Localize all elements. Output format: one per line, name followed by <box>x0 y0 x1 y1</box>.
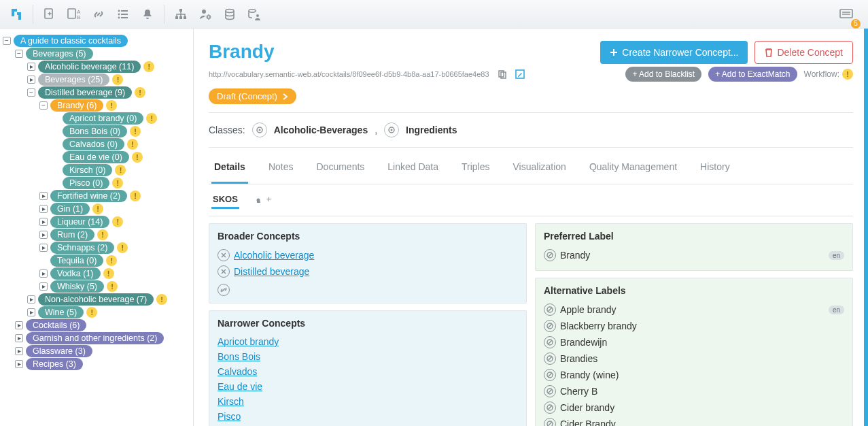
toggle-icon[interactable]: − <box>15 50 23 58</box>
remove-icon[interactable] <box>218 249 230 261</box>
tree-item[interactable]: Eau de vie (0) <box>63 151 129 163</box>
tree-item[interactable]: Recipes (3) <box>26 358 83 370</box>
tab-quality-management[interactable]: Quality Management <box>587 152 680 184</box>
narrower-link[interactable]: Pisco <box>218 411 241 422</box>
toggle-icon[interactable]: − <box>39 101 48 110</box>
add-exactmatch-chip[interactable]: + Add to ExactMatch <box>708 67 797 82</box>
workflow-status[interactable]: Draft (Concept) <box>209 88 296 104</box>
hierarchy-icon[interactable] <box>169 2 193 27</box>
class-icon[interactable] <box>252 122 267 137</box>
narrower-link[interactable]: Bons Bois <box>218 351 260 362</box>
tree-item[interactable]: Schnapps (2) <box>50 242 114 254</box>
card-header: Alternative Labels <box>536 278 852 300</box>
class-name[interactable]: Ingredients <box>406 125 457 135</box>
toggle-icon[interactable]: ▸ <box>15 334 23 342</box>
list-icon[interactable] <box>111 2 135 27</box>
subtab-skos[interactable]: SKOS <box>211 191 239 209</box>
add-blacklist-chip[interactable]: + Add to Blacklist <box>625 67 701 82</box>
edit-icon[interactable] <box>514 68 526 80</box>
toggle-icon[interactable]: ▸ <box>15 360 23 368</box>
toggle-icon[interactable]: ▸ <box>27 295 35 304</box>
tree-item[interactable]: Rum (2) <box>50 229 94 241</box>
tab-visualization[interactable]: Visualization <box>510 152 569 184</box>
tree-item[interactable]: Alcoholic beverage (11) <box>38 61 141 73</box>
tree-item[interactable]: Whisky (5) <box>50 280 104 293</box>
alt-label[interactable]: Cider brandy <box>560 402 614 413</box>
tree-item[interactable]: Distilled beverage (9) <box>38 86 132 99</box>
tree-item[interactable]: Liqueur (14) <box>50 216 109 228</box>
warning-icon: ! <box>156 294 167 305</box>
create-narrower-button[interactable]: Create Narrower Concept... <box>600 41 748 64</box>
narrower-link[interactable]: Kirsch <box>218 396 244 407</box>
concept-tree[interactable]: − A guide to classic cocktails − Beverag… <box>0 29 194 426</box>
toggle-icon[interactable]: − <box>27 88 35 97</box>
delete-concept-button[interactable]: Delete Concept <box>754 41 853 64</box>
tab-linked-data[interactable]: Linked Data <box>385 152 441 184</box>
tree-item[interactable]: Pisco (0) <box>63 177 109 189</box>
tree-item[interactable]: Bons Bois (0) <box>63 125 127 137</box>
tree-item[interactable]: Beverages (25) <box>38 73 109 86</box>
tree-item[interactable]: Vodka (1) <box>50 267 101 280</box>
alt-label[interactable]: Apple brandy <box>560 304 617 315</box>
tree-item[interactable]: Wine (5) <box>38 306 84 318</box>
toggle-icon[interactable]: ▸ <box>39 218 48 226</box>
tree-root[interactable]: A guide to classic cocktails <box>14 35 128 47</box>
class-name[interactable]: Alcoholic-Beverages <box>274 125 368 135</box>
tree-item[interactable]: Tequila (0) <box>50 255 103 267</box>
toggle-icon[interactable]: ▸ <box>39 231 48 239</box>
tab-notes[interactable]: Notes <box>266 152 296 184</box>
logo-icon[interactable] <box>4 2 29 27</box>
alt-label[interactable]: Cherry B <box>560 386 597 397</box>
db-user-icon[interactable] <box>242 2 266 27</box>
tab-documents[interactable]: Documents <box>314 152 368 184</box>
doc-ab-icon[interactable]: A B <box>62 2 86 27</box>
database-icon[interactable] <box>218 2 242 27</box>
narrower-link[interactable]: Calvados <box>218 366 257 377</box>
tree-item[interactable]: Garnish and other ingredients (2) <box>26 332 164 344</box>
tab-details[interactable]: Details <box>211 152 248 184</box>
narrower-link[interactable]: Apricot brandy <box>218 336 279 347</box>
toggle-icon[interactable]: ▸ <box>27 308 35 316</box>
broader-link[interactable]: Distilled beverage <box>234 266 309 277</box>
toggle-icon[interactable]: ▸ <box>15 321 23 329</box>
pref-label-value[interactable]: Brandy <box>560 250 590 261</box>
tree-item[interactable]: Non-alcoholic beverage (7) <box>38 293 154 306</box>
subtab-add[interactable]: + <box>254 191 273 209</box>
toggle-icon[interactable]: − <box>3 37 11 45</box>
toggle-icon[interactable]: ▸ <box>27 76 35 84</box>
toggle-icon[interactable]: ▸ <box>27 63 35 71</box>
copy-icon[interactable] <box>496 68 508 80</box>
tree-item[interactable]: Apricot brandy (0) <box>63 112 143 125</box>
user-gear-icon[interactable] <box>193 2 218 27</box>
link-icon[interactable] <box>86 2 111 27</box>
tree-selected[interactable]: Brandy (6) <box>50 99 103 112</box>
alt-label[interactable]: Brandewijn <box>560 337 607 348</box>
alt-label[interactable]: Blackberry brandy <box>560 321 637 331</box>
alt-label[interactable]: Brandies <box>560 353 597 364</box>
tree-item[interactable]: Calvados (0) <box>63 138 124 150</box>
toggle-icon[interactable]: ▸ <box>39 192 48 200</box>
new-doc-icon[interactable] <box>37 2 62 27</box>
toggle-icon[interactable]: ▸ <box>39 269 48 278</box>
alt-label[interactable]: Cider Brandy <box>560 419 616 426</box>
link-add-icon[interactable] <box>218 284 230 296</box>
remove-icon[interactable] <box>218 265 230 278</box>
tree-item[interactable]: Kirsch (0) <box>63 164 112 176</box>
alt-label[interactable]: Brandy (wine) <box>560 370 619 380</box>
tree-item[interactable]: Cocktails (6) <box>26 319 86 331</box>
narrower-link[interactable]: Eau de vie <box>218 381 262 392</box>
tree-item[interactable]: Glassware (3) <box>26 345 92 357</box>
tab-history[interactable]: History <box>697 152 733 184</box>
bell-icon[interactable] <box>135 2 160 27</box>
tree-beverages[interactable]: Beverages (5) <box>26 48 93 60</box>
tree-item[interactable]: Gin (1) <box>50 203 90 215</box>
class-icon[interactable] <box>384 122 399 137</box>
toggle-icon[interactable]: ▸ <box>39 282 48 291</box>
toggle-icon[interactable]: ▸ <box>15 347 23 355</box>
tree-item[interactable]: Fortified wine (2) <box>50 190 127 202</box>
toggle-icon[interactable]: ▸ <box>39 205 48 213</box>
toggle-icon[interactable]: ▸ <box>39 244 48 252</box>
tab-triples[interactable]: Triples <box>459 152 493 184</box>
broader-link[interactable]: Alcoholic beverage <box>234 250 314 261</box>
messages-icon[interactable]: 5 <box>834 2 858 27</box>
